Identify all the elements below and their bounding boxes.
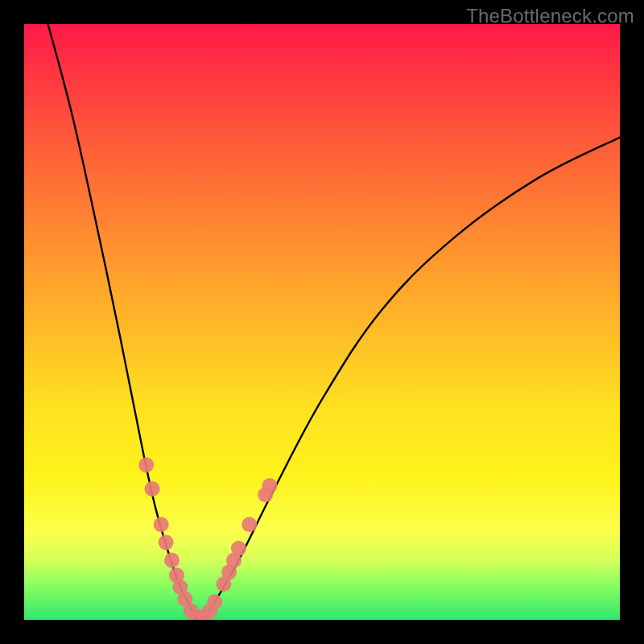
marker-dot bbox=[145, 481, 160, 497]
marker-dot bbox=[164, 553, 180, 568]
marker-dot bbox=[207, 594, 222, 609]
watermark-text: TheBottleneck.com bbox=[466, 5, 634, 27]
plot-area bbox=[24, 24, 620, 620]
marker-dot bbox=[242, 517, 257, 532]
bottleneck-curve bbox=[48, 24, 620, 620]
marker-dot bbox=[154, 517, 169, 532]
chart-frame: TheBottleneck.com bbox=[0, 0, 644, 644]
marker-dot bbox=[159, 535, 174, 550]
chart-svg bbox=[24, 24, 620, 620]
marker-dot bbox=[138, 457, 154, 473]
marker-dot bbox=[262, 478, 277, 493]
marker-dot bbox=[231, 541, 246, 556]
curve-markers bbox=[138, 457, 277, 620]
